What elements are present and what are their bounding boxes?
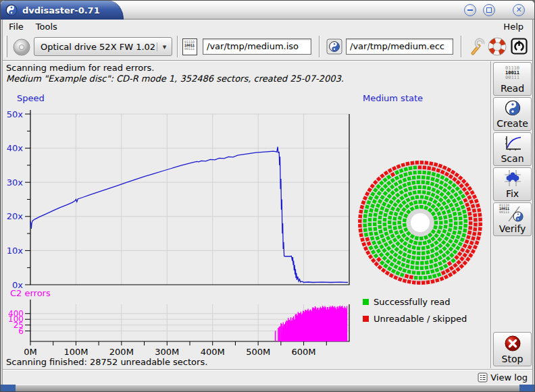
help-lifebuoy-icon[interactable] [488, 37, 507, 56]
medium-state-disc [357, 159, 485, 287]
disc-sector-unreadable [467, 212, 472, 216]
disc-sector-ok [411, 260, 415, 264]
disc-sector-ok [373, 223, 377, 227]
read-button[interactable]: 01110 10011 00111 Read [493, 62, 532, 96]
disc-sector-ok [416, 256, 420, 260]
view-log-button[interactable]: View log [476, 372, 530, 383]
disc-sector-ok [410, 265, 414, 269]
menu-help[interactable]: Help [497, 20, 530, 33]
disc-sector-ok [463, 215, 467, 219]
c2-y-ticks: 625100400 [8, 309, 30, 336]
speed-ytick-label: 30x [7, 177, 24, 188]
legend-green-swatch [363, 299, 369, 305]
x-tick-label: 500M [246, 347, 270, 357]
disc-sector-ok [448, 214, 452, 218]
disc-sector-ok [363, 214, 367, 218]
stop-button[interactable]: Stop [493, 332, 532, 366]
disc-sector-ok [411, 271, 415, 275]
disc-sector-ok [415, 266, 419, 270]
disc-sector-ok [420, 195, 424, 199]
ecc-path-input[interactable]: /var/tmp/medium.ecc [346, 38, 453, 55]
scan-button[interactable]: Scan [493, 132, 532, 166]
disc-sector-unreadable [478, 227, 482, 231]
title-tab: dvdisaster-0.71 [1, 1, 124, 20]
quit-power-icon[interactable] [511, 38, 528, 55]
disc-sector-ok [403, 218, 407, 222]
disc-sector-unreadable [358, 224, 362, 228]
disc-sector-ok [413, 186, 417, 190]
menu-tools[interactable]: Tools [30, 20, 63, 33]
close-button[interactable]: ✕ [513, 4, 525, 16]
disc-sector-unreadable [412, 281, 416, 285]
maximize-button[interactable] [483, 4, 495, 16]
disc-sector-unreadable [422, 281, 426, 285]
disc-sector-unreadable [407, 280, 411, 284]
legend-successfully-read: Successfully read [363, 297, 450, 307]
frame-corner-right [519, 385, 534, 391]
drive-select-dropdown[interactable]: Optical drive 52X FW 1.02 ▾ [34, 37, 172, 56]
disc-sector-ok [419, 276, 422, 279]
disc-sector-ok [422, 186, 426, 190]
scan-button-label: Scan [501, 153, 524, 164]
disc-sector-ok [439, 221, 442, 224]
window-frame-left [1, 20, 3, 386]
disc-sector-unreadable [472, 208, 476, 213]
iso-path-input[interactable]: /var/tmp/medium.iso [203, 38, 311, 55]
disc-sector-ok [403, 223, 407, 227]
disc-sector-ok [420, 261, 424, 265]
disc-sector-unreadable [478, 231, 482, 235]
window-frame-bottom [1, 385, 534, 391]
toolbar-grip[interactable] [5, 36, 7, 57]
create-button[interactable]: Create [493, 97, 532, 131]
disc-sector-ok [417, 190, 422, 194]
disc-sector-ok [411, 181, 415, 185]
disc-sector-ok [464, 219, 468, 223]
minimize-button[interactable] [464, 4, 476, 16]
disc-sector-ok [417, 271, 421, 275]
disc-sector-ok [427, 171, 431, 175]
disc-sector-ok [378, 215, 382, 219]
disc-sector-ok [368, 213, 372, 217]
disc-sector-ok [417, 175, 421, 179]
disc-sector-unreadable [467, 231, 472, 235]
menu-file[interactable]: File [3, 20, 30, 33]
title-bar[interactable]: dvdisaster-0.71 ✕ [1, 1, 534, 20]
disc-sector-ok [378, 225, 382, 229]
disc-sector-unreadable [478, 213, 482, 217]
speed-ytick-label: 0x [12, 280, 23, 290]
disc-sector-ok [426, 176, 430, 180]
disc-sector-unreadable [417, 281, 421, 285]
disc-sector-ok [415, 195, 419, 199]
log-list-icon [478, 372, 488, 383]
speed-y-ticks: 0x10x20x30x40x50x [7, 109, 30, 290]
disc-sector-ok [388, 221, 391, 224]
disc-sector-ok [426, 271, 430, 275]
disc-sector-unreadable [472, 231, 476, 235]
disc-sector-unreadable [469, 221, 472, 225]
speed-curve [30, 147, 348, 283]
x-tick-label: 300M [155, 347, 179, 357]
legend-label: Successfully read [374, 297, 450, 307]
disc-sector-unreadable [424, 161, 428, 165]
disc-sector-ok [388, 215, 392, 219]
disc-sector-ok [417, 246, 421, 250]
disc-sector-ok [422, 251, 426, 255]
disc-sector-unreadable [359, 233, 363, 237]
disc-sector-ok [373, 217, 377, 221]
disc-sector-unreadable [478, 223, 482, 227]
disc-sector-ok [458, 226, 462, 230]
disc-sector-ok [383, 213, 387, 217]
scan-curve-icon [503, 135, 522, 151]
verify-button[interactable]: 01110 10011 00111 Verify [493, 202, 532, 236]
disc-sector-ok [449, 223, 453, 227]
disc-sector-ok [373, 227, 377, 231]
disc-sector-ok [434, 221, 438, 224]
menu-bar: File Tools Help [3, 20, 534, 33]
preferences-wrench-icon[interactable] [467, 37, 485, 56]
disc-sector-unreadable [473, 227, 477, 231]
fix-button[interactable]: Fix [493, 167, 532, 201]
x-tick-label: 0M [24, 347, 37, 357]
disc-sector-ok [363, 219, 367, 223]
legend-unreadable-skipped: Unreadable / skipped [363, 314, 467, 324]
disc-sector-ok [408, 166, 412, 170]
